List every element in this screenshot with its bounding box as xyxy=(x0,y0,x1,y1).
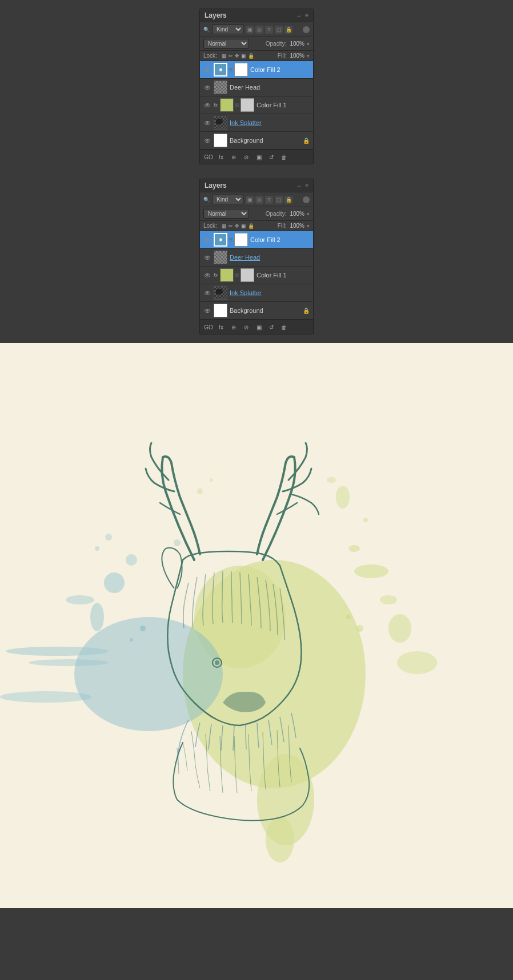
fx-button-2[interactable]: fx xyxy=(216,322,226,332)
layer-row-deer-head-b[interactable]: Deer Head xyxy=(200,249,313,267)
svg-point-6 xyxy=(397,651,437,674)
svg-point-27 xyxy=(215,660,219,665)
visibility-icon-color-fill-2[interactable] xyxy=(203,67,211,72)
opacity-chevron-2[interactable]: ▾ xyxy=(307,211,310,217)
panel-menu-icon-2[interactable]: ≡ xyxy=(305,183,308,189)
adjustment-btn-1[interactable]: ⊘ xyxy=(241,152,251,162)
lock-artboard-icon[interactable]: ▣ xyxy=(241,53,246,59)
visibility-icon-deer-head-b[interactable] xyxy=(203,255,211,260)
svg-point-23 xyxy=(66,595,94,604)
duplicate-btn-1[interactable]: ↺ xyxy=(266,152,276,162)
text-filter-icon-2[interactable]: T xyxy=(265,196,273,204)
adjustment-filter-icon-2[interactable]: ◎ xyxy=(255,196,263,204)
folder-btn-1[interactable]: ▣ xyxy=(254,152,264,162)
svg-point-3 xyxy=(354,564,388,578)
lock-pixels-icon-2[interactable]: ✏ xyxy=(229,223,233,229)
svg-point-18 xyxy=(0,691,91,703)
layer-row-ink-splatter[interactable]: Ink Splatter xyxy=(200,114,313,132)
lock-transparent-icon[interactable]: ▦ xyxy=(222,53,227,59)
adjustment-btn-2[interactable]: ⊘ xyxy=(241,322,251,332)
text-filter-icon[interactable]: T xyxy=(265,26,273,34)
lock-artboard-icon-2[interactable]: ▣ xyxy=(241,223,246,229)
lock-icons-2: ▦ ✏ ✥ ▣ 🔒 xyxy=(222,223,254,229)
svg-point-19 xyxy=(104,572,125,593)
delete-btn-2[interactable]: 🗑 xyxy=(279,322,289,332)
svg-point-17 xyxy=(29,659,109,666)
svg-point-21 xyxy=(174,539,181,546)
layer-thumb-ink-splatter-b xyxy=(214,286,227,300)
new-layer-btn-2[interactable]: ⊕ xyxy=(229,322,239,332)
panel-toolbar-2: GO fx ⊕ ⊘ ▣ ↺ 🗑 xyxy=(200,320,313,334)
lock-position-icon[interactable]: ✥ xyxy=(235,53,239,59)
svg-point-13 xyxy=(210,478,213,482)
lock-icons-1: ▦ ✏ ✥ ▣ 🔒 xyxy=(222,53,254,59)
visibility-icon-color-fill-2b[interactable] xyxy=(203,237,211,243)
filter-row-1: 🔍 Kind Name Effect ▣ ◎ T ▢ 🔒 xyxy=(200,22,313,37)
shape-filter-icon-2[interactable]: ▢ xyxy=(275,196,283,204)
delete-btn-1[interactable]: 🗑 xyxy=(279,152,289,162)
layer-row-ink-splatter-b[interactable]: Ink Splatter xyxy=(200,284,313,302)
layer-row-color-fill-2b[interactable]: ▣ ⛓ Color Fill 2 xyxy=(200,231,313,249)
svg-point-14 xyxy=(363,518,368,522)
kind-filter-select-1[interactable]: Kind Name Effect xyxy=(212,25,243,34)
thumb-container-deer-head xyxy=(214,80,227,94)
svg-point-20 xyxy=(126,554,137,566)
visibility-icon-color-fill-1[interactable] xyxy=(203,102,211,108)
lock-pixels-icon[interactable]: ✏ xyxy=(229,53,233,59)
panel-collapse-icon[interactable]: ↔ xyxy=(296,13,302,19)
layer-name-background: Background xyxy=(230,137,300,144)
opacity-chevron-1[interactable]: ▾ xyxy=(307,41,310,47)
visibility-icon-ink-splatter-b[interactable] xyxy=(203,290,211,296)
layer-thumb-color-fill-2: ▣ xyxy=(214,63,227,76)
fill-chevron-1[interactable]: ▾ xyxy=(307,53,310,59)
layer-row-color-fill-2[interactable]: ▣ ⛓ Color Fill 2 xyxy=(200,61,313,79)
smart-filter-icon[interactable]: 🔒 xyxy=(284,26,292,34)
pixel-filter-icon[interactable]: ▣ xyxy=(246,26,254,34)
layer-name-background-b: Background xyxy=(230,307,300,314)
visibility-icon-background[interactable] xyxy=(203,138,211,143)
layer-thumb-color-fill-1b xyxy=(220,268,234,282)
fill-chevron-2[interactable]: ▾ xyxy=(307,223,310,229)
go-label-1[interactable]: GO xyxy=(203,152,214,162)
layer-row-background-b[interactable]: Background 🔒 xyxy=(200,302,313,320)
layer-thumb-background xyxy=(214,134,227,147)
go-label-2[interactable]: GO xyxy=(203,322,214,332)
panel-menu-icon[interactable]: ≡ xyxy=(305,13,308,19)
layer-mask-color-fill-1b xyxy=(241,268,254,282)
lock-all-icon[interactable]: 🔒 xyxy=(248,53,254,59)
visibility-icon-color-fill-1b[interactable] xyxy=(203,272,211,278)
fx-button-1[interactable]: fx xyxy=(216,152,226,162)
folder-btn-2[interactable]: ▣ xyxy=(254,322,264,332)
lock-row-2: Lock: ▦ ✏ ✥ ▣ 🔒 Fill: 100% ▾ xyxy=(200,221,313,231)
filter-toggle-2[interactable] xyxy=(303,196,310,203)
blend-mode-select-2[interactable]: Normal Multiply Screen xyxy=(203,209,249,219)
pixel-filter-icon-2[interactable]: ▣ xyxy=(246,196,254,204)
lock-label-1: Lock: xyxy=(203,53,217,59)
lock-all-icon-2[interactable]: 🔒 xyxy=(248,223,254,229)
layer-name-deer-head: Deer Head xyxy=(230,84,310,91)
search-icon: 🔍 xyxy=(203,27,210,33)
shape-filter-icon[interactable]: ▢ xyxy=(275,26,283,34)
new-layer-btn-1[interactable]: ⊕ xyxy=(229,152,239,162)
duplicate-btn-2[interactable]: ↺ xyxy=(266,322,276,332)
filter-toggle[interactable] xyxy=(303,26,310,33)
layer-row-color-fill-1b[interactable]: fx ⛓ Color Fill 1 xyxy=(200,267,313,284)
layer-mask-color-fill-1 xyxy=(241,98,254,112)
svg-point-10 xyxy=(336,486,350,509)
layer-row-deer-head[interactable]: Deer Head xyxy=(200,79,313,96)
svg-point-28 xyxy=(140,626,146,631)
lock-position-icon-2[interactable]: ✥ xyxy=(235,223,239,229)
kind-filter-select-2[interactable]: Kind Name Effect xyxy=(212,195,243,204)
layers-panel-1: Layers ↔ ≡ 🔍 Kind Name Effect ▣ ◎ T ▢ 🔒 xyxy=(199,9,314,164)
layer-row-background[interactable]: Background 🔒 xyxy=(200,132,313,150)
adjustment-filter-icon[interactable]: ◎ xyxy=(255,26,263,34)
visibility-icon-background-b[interactable] xyxy=(203,308,211,313)
panel-title-1: Layers xyxy=(205,11,227,19)
layer-row-color-fill-1[interactable]: fx ⛓ Color Fill 1 xyxy=(200,96,313,114)
visibility-icon-deer-head[interactable] xyxy=(203,84,211,90)
smart-filter-icon-2[interactable]: 🔒 xyxy=(284,196,292,204)
lock-transparent-icon-2[interactable]: ▦ xyxy=(222,223,227,229)
visibility-icon-ink-splatter[interactable] xyxy=(203,120,211,126)
blend-mode-select-1[interactable]: Normal Multiply Screen xyxy=(203,39,249,49)
panel-collapse-icon-2[interactable]: ↔ xyxy=(296,183,302,189)
